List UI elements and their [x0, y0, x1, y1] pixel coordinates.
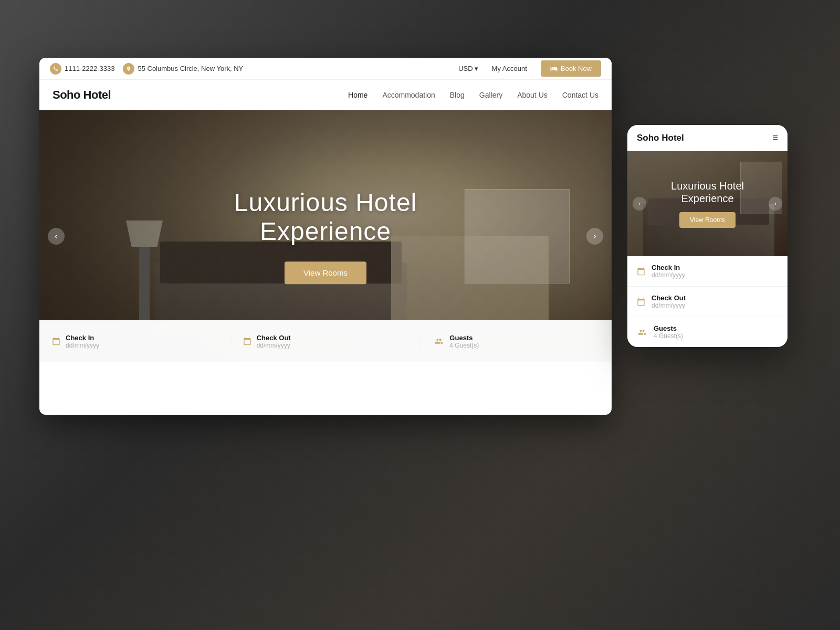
mobile-guests-content: Guests 4 Guest(s) [654, 324, 683, 340]
nav-about[interactable]: About Us [517, 91, 548, 99]
booking-bar: Check In dd/mm/yyyy Check Out dd/mm/yyyy [39, 320, 612, 362]
phone-contact: 1111-2222-3333 [50, 63, 114, 75]
guests-label: Guests [449, 334, 479, 342]
nav-accommodation[interactable]: Accommodation [382, 91, 435, 99]
checkin-value: dd/mm/yyyy [66, 342, 99, 349]
checkout-content: Check Out dd/mm/yyyy [257, 334, 291, 349]
nav-home[interactable]: Home [348, 91, 368, 99]
currency-chevron: ▾ [475, 65, 478, 72]
my-account-button[interactable]: My Account [487, 62, 532, 75]
hero-section: ‹ Luxurious Hotel Experience View Rooms … [39, 110, 612, 362]
mobile-checkin-field[interactable]: Check In dd/mm/yyyy [627, 256, 788, 287]
mobile-view-rooms-button[interactable]: View Rooms [679, 212, 736, 228]
mobile-next-button[interactable]: › [769, 197, 782, 211]
view-rooms-button[interactable]: View Rooms [285, 262, 366, 285]
nav-contact[interactable]: Contact Us [562, 91, 598, 99]
nav-links: Home Accommodation Blog Gallery About Us… [348, 91, 598, 99]
mobile-guests-icon [637, 328, 647, 337]
bed-icon [550, 65, 558, 72]
guests-icon [434, 337, 444, 345]
mobile-checkin-value: dd/mm/yyyy [652, 271, 685, 279]
currency-selector[interactable]: USD ▾ [458, 65, 478, 72]
hotel-logo[interactable]: Soho Hotel [52, 88, 111, 102]
mobile-navbar: Soho Hotel ≡ [627, 125, 788, 151]
guests-field[interactable]: Guests 4 Guest(s) [421, 334, 612, 349]
mobile-prev-button[interactable]: ‹ [633, 197, 646, 211]
mobile-checkout-value: dd/mm/yyyy [652, 302, 686, 309]
currency-label: USD [458, 65, 472, 72]
address-contact: 55 Columbus Circle, New York, NY [123, 63, 243, 75]
phone-number: 1111-2222-3333 [65, 65, 114, 72]
mobile-hero: ‹ Luxurious Hotel Experience View Rooms … [627, 151, 788, 256]
hero-title: Luxurious Hotel Experience [194, 188, 457, 246]
hero-prev-button[interactable]: ‹ [48, 228, 65, 245]
checkin-content: Check In dd/mm/yyyy [66, 334, 99, 349]
checkin-label: Check In [66, 334, 99, 342]
mobile-checkin-content: Check In dd/mm/yyyy [652, 264, 685, 279]
mobile-guests-label: Guests [654, 324, 683, 332]
mobile-hero-title: Luxurious Hotel Experience [655, 180, 760, 205]
book-now-button[interactable]: Book Now [541, 60, 601, 77]
address-text: 55 Columbus Circle, New York, NY [138, 65, 243, 72]
book-now-label: Book Now [561, 65, 592, 72]
desktop-browser: 1111-2222-3333 55 Columbus Circle, New Y… [39, 58, 612, 415]
hero-content: Luxurious Hotel Experience View Rooms [194, 188, 457, 284]
checkout-field[interactable]: Check Out dd/mm/yyyy [230, 334, 422, 349]
mobile-checkin-icon [637, 267, 645, 276]
mobile-checkout-label: Check Out [652, 294, 686, 302]
checkin-field[interactable]: Check In dd/mm/yyyy [39, 334, 230, 349]
nav-gallery[interactable]: Gallery [479, 91, 502, 99]
top-bar: 1111-2222-3333 55 Columbus Circle, New Y… [39, 58, 612, 80]
location-icon [123, 63, 134, 75]
checkout-label: Check Out [257, 334, 291, 342]
checkout-calendar-icon [243, 337, 251, 345]
nav-blog[interactable]: Blog [450, 91, 465, 99]
mobile-checkin-label: Check In [652, 264, 685, 271]
checkout-value: dd/mm/yyyy [257, 342, 291, 349]
mobile-menu-button[interactable]: ≡ [772, 132, 778, 143]
guests-value: 4 Guest(s) [449, 342, 479, 349]
mobile-checkout-content: Check Out dd/mm/yyyy [652, 294, 686, 309]
phone-icon [50, 63, 61, 75]
mobile-guests-field[interactable]: Guests 4 Guest(s) [627, 317, 788, 347]
navbar: Soho Hotel Home Accommodation Blog Galle… [39, 80, 612, 110]
mobile-checkout-icon [637, 298, 645, 306]
guests-content: Guests 4 Guest(s) [449, 334, 479, 349]
mobile-browser: Soho Hotel ≡ ‹ Luxurious Hotel Experienc… [627, 125, 788, 347]
mobile-booking-form: Check In dd/mm/yyyy Check Out dd/mm/yyyy… [627, 256, 788, 347]
room-window2-decoration [465, 189, 570, 284]
mobile-hero-content: Luxurious Hotel Experience View Rooms [655, 180, 760, 228]
checkin-calendar-icon [52, 337, 60, 345]
mobile-checkout-field[interactable]: Check Out dd/mm/yyyy [627, 287, 788, 317]
hero-next-button[interactable]: › [586, 228, 603, 245]
mobile-logo[interactable]: Soho Hotel [637, 133, 684, 143]
mobile-guests-value: 4 Guest(s) [654, 332, 683, 340]
